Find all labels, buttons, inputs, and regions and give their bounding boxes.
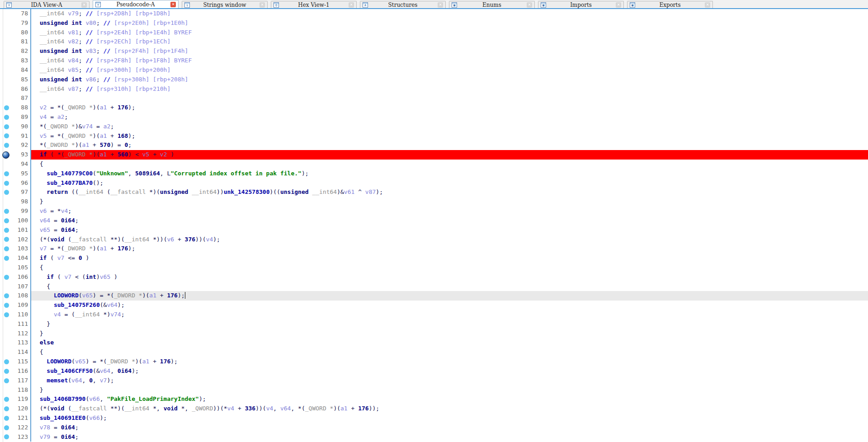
code-dot-icon[interactable] [0,291,13,301]
code-dot-icon[interactable] [0,207,13,216]
code-line[interactable]: 102 (*(void (__fastcall **)(__int64 *))(… [0,235,868,245]
tab-ida-view-a[interactable]: ≡IDA View-A✕ [4,1,90,8]
gutter-cell[interactable] [0,37,13,47]
code-dot-icon[interactable] [0,404,13,414]
code-line[interactable]: 114 { [0,348,868,357]
code-line[interactable]: 117 memset(v64, 0, v7); [0,376,868,386]
code-dot-icon[interactable] [0,244,13,254]
code-line[interactable]: 106 if ( v7 < (int)v65 ) [0,273,868,282]
code-dot-icon[interactable] [0,122,13,132]
tab-enums[interactable]: ▦Enums✕ [449,1,535,8]
code-line[interactable]: 82 unsigned int v83; // [rsp+2F4h] [rbp+… [0,47,868,56]
code-line[interactable]: 107 { [0,282,868,292]
code-dot-icon[interactable] [0,414,13,423]
code-line[interactable]: 87 [0,94,868,103]
code-dot-icon[interactable] [0,235,13,245]
gutter-cell[interactable] [0,56,13,66]
code-line[interactable]: 100 v64 = 0i64; [0,216,868,226]
code-dot-icon[interactable] [0,376,13,386]
gutter-cell[interactable] [0,160,13,169]
tab-hex-view-1[interactable]: OHex View-1✕ [271,1,357,8]
code-line[interactable]: 119 sub_1406B7990(v66, "PakFile_LoadPrim… [0,395,868,404]
code-line[interactable]: 85 unsigned int v86; // [rsp+308h] [rbp+… [0,75,868,85]
code-line[interactable]: 110 v4 = (__int64 *)v74; [0,310,868,320]
code-dot-icon[interactable] [0,103,13,113]
close-icon[interactable]: ✕ [81,2,87,8]
code-dot-icon[interactable] [0,179,13,188]
code-line[interactable]: 79 unsigned int v80; // [rsp+2E0h] [rbp+… [0,19,868,28]
code-line[interactable]: 81 __int64 v82; // [rsp+2ECh] [rbp+1ECh] [0,37,868,47]
gutter-cell[interactable] [0,94,13,103]
code-line[interactable]: 89 v4 = a2; [0,113,868,122]
tab-structures[interactable]: AStructures✕ [360,1,446,8]
gutter-cell[interactable] [0,19,13,28]
code-line[interactable]: 103 v7 = *(_DWORD *)(a1 + 176); [0,244,868,254]
pseudocode-view[interactable]: 78 __int64 v79; // [rsp+2D8h] [rbp+1D8h]… [0,9,868,442]
close-icon[interactable]: ✕ [705,2,710,8]
code-line[interactable]: 116 sub_1406CFF50(&v64, 0i64); [0,367,868,376]
gutter-cell[interactable] [0,47,13,56]
code-dot-icon[interactable] [0,188,13,197]
tab-pseudocode-a[interactable]: ≡Pseudocode-A✕ [93,0,179,8]
code-line[interactable]: 92 *(_DWORD *)(a1 + 570) = 0; [0,141,868,150]
gutter-cell[interactable] [0,338,13,348]
code-line[interactable]: 101 v65 = 0i64; [0,226,868,235]
code-line[interactable]: 109 sub_14075F260(&v64); [0,301,868,310]
code-line[interactable]: 98 } [0,197,868,207]
gutter-cell[interactable] [0,263,13,273]
gutter-cell[interactable] [0,85,13,94]
gutter-cell[interactable] [0,320,13,329]
code-line[interactable]: 104 if ( v7 <= 0 ) [0,254,868,263]
gutter-cell[interactable] [0,348,13,357]
code-line[interactable]: 118 } [0,386,868,395]
breakpoint-icon[interactable] [0,150,13,160]
code-dot-icon[interactable] [0,226,13,235]
gutter-cell[interactable] [0,386,13,395]
code-line[interactable]: 113 else [0,338,868,348]
code-dot-icon[interactable] [0,254,13,263]
close-icon[interactable]: ✕ [616,2,621,8]
code-line[interactable]: 108 LODWORD(v65) = *(_DWORD *)(a1 + 176)… [0,291,868,301]
gutter-cell[interactable] [0,329,13,339]
code-line[interactable]: 91 v5 = *(_QWORD *)(a1 + 168); [0,132,868,141]
code-dot-icon[interactable] [0,301,13,310]
code-dot-icon[interactable] [0,216,13,226]
gutter-cell[interactable] [0,28,13,38]
code-line[interactable]: 123 v79 = 0i64; [0,433,868,442]
code-line[interactable]: 120 (*(void (__fastcall **)(__int64 *, v… [0,404,868,414]
tab-strings-window[interactable]: sStrings window✕ [182,1,268,8]
code-line[interactable]: 99 v6 = *v4; [0,207,868,216]
code-line[interactable]: 78 __int64 v79; // [rsp+2D8h] [rbp+1D8h] [0,9,868,19]
code-dot-icon[interactable] [0,113,13,122]
gutter-cell[interactable] [0,75,13,85]
code-dot-icon[interactable] [0,395,13,404]
gutter-cell[interactable] [0,197,13,207]
tab-imports[interactable]: ▦Imports✕ [538,1,624,8]
code-dot-icon[interactable] [0,273,13,282]
code-line[interactable]: 96 sub_14077BA70(); [0,179,868,188]
gutter-cell[interactable] [0,282,13,292]
code-line[interactable]: 112 } [0,329,868,339]
code-line[interactable]: 97 return ((__int64 (__fastcall *)(unsig… [0,188,868,197]
code-dot-icon[interactable] [0,433,13,442]
tab-exports[interactable]: ▦Exports✕ [627,1,713,8]
close-icon[interactable]: ✕ [349,2,354,8]
code-line[interactable]: 84 __int64 v85; // [rsp+300h] [rbp+200h] [0,66,868,75]
code-dot-icon[interactable] [0,169,13,179]
close-icon[interactable]: ✕ [170,2,176,7]
code-dot-icon[interactable] [0,141,13,150]
code-dot-icon[interactable] [0,367,13,376]
code-dot-icon[interactable] [0,357,13,367]
code-line[interactable]: 105 { [0,263,868,273]
code-line[interactable]: 83 __int64 v84; // [rsp+2F8h] [rbp+1F8h]… [0,56,868,66]
code-dot-icon[interactable] [0,132,13,141]
code-dot-icon[interactable] [0,310,13,320]
gutter-cell[interactable] [0,66,13,75]
close-icon[interactable]: ✕ [438,2,443,8]
close-icon[interactable]: ✕ [527,2,532,8]
gutter-cell[interactable] [0,9,13,19]
code-line[interactable]: 88 v2 = *(_QWORD *)(a1 + 176); [0,103,868,113]
code-line[interactable]: 93 if ( *(_QWORD *)(a1 + 560) < v5 + v2 … [0,150,868,160]
code-line[interactable]: 122 v78 = 0i64; [0,423,868,433]
code-line[interactable]: 80 __int64 v81; // [rsp+2E4h] [rbp+1E4h]… [0,28,868,38]
